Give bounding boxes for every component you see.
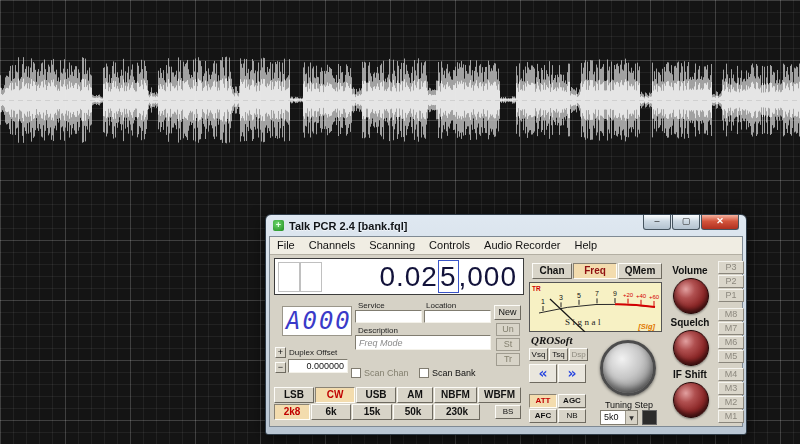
- app-icon: +: [273, 220, 284, 231]
- filter-button-2k8[interactable]: 2k8: [274, 404, 310, 420]
- mode-button-cw[interactable]: CW: [315, 387, 355, 403]
- frequency-pre: 0.02: [379, 261, 438, 292]
- description-label: Description: [358, 326, 398, 335]
- duplex-minus-button[interactable]: −: [275, 362, 286, 373]
- filter-button-bs[interactable]: BS: [495, 405, 521, 419]
- squelch-knob[interactable]: [673, 330, 709, 366]
- tr-button[interactable]: Tr: [496, 353, 520, 366]
- menu-bar: File Channels Scanning Controls Audio Re…: [270, 237, 742, 255]
- tuning-step-label: Tuning Step: [592, 400, 666, 410]
- service-label: Service: [358, 301, 385, 310]
- menu-item-channels[interactable]: Channels: [302, 237, 362, 254]
- nb-button[interactable]: NB: [558, 409, 586, 423]
- meter-scale-1: 1: [541, 298, 545, 305]
- mode-button-wbfm[interactable]: WBFM: [478, 387, 521, 403]
- mode-button-lsb[interactable]: LSB: [274, 387, 314, 403]
- close-button[interactable]: ✕: [701, 215, 739, 230]
- mode-button-nbfm[interactable]: NBFM: [434, 387, 477, 403]
- agc-button[interactable]: AGC: [558, 394, 586, 408]
- memory-button-m5[interactable]: M5: [718, 350, 744, 363]
- vsq-button[interactable]: Vsq: [529, 348, 548, 361]
- meter-scale-3: 3: [559, 294, 563, 301]
- filter-button-6k[interactable]: 6k: [311, 404, 351, 420]
- memory-button-m2[interactable]: M2: [718, 396, 744, 409]
- preset-button-p1[interactable]: P1: [718, 289, 744, 302]
- tsq-button[interactable]: Tsq: [549, 348, 568, 361]
- scan-bank-label: Scan Bank: [432, 368, 476, 378]
- mode-button-am[interactable]: AM: [397, 387, 433, 403]
- un-button[interactable]: Un: [496, 323, 520, 336]
- tune-down-button[interactable]: «: [529, 364, 557, 383]
- st-button[interactable]: St: [496, 338, 520, 351]
- memory-button-m4[interactable]: M4: [718, 368, 744, 381]
- freq-button[interactable]: Freq: [573, 263, 617, 279]
- scan-bank-checkbox[interactable]: [419, 368, 429, 378]
- location-input[interactable]: [424, 310, 491, 323]
- meter-scale-plus40: +40: [636, 293, 647, 299]
- frequency-digits: 0.025,000: [379, 261, 517, 293]
- preset-button-p3[interactable]: P3: [718, 261, 744, 274]
- afc-button[interactable]: AFC: [529, 409, 557, 423]
- scan-chan-label: Scan Chan: [364, 368, 409, 378]
- tuning-step-value: 5k0: [604, 412, 619, 422]
- meter-scale-9: 9: [613, 290, 617, 297]
- frequency-display[interactable]: 0.025,000: [274, 258, 524, 295]
- menu-item-controls[interactable]: Controls: [422, 237, 477, 254]
- maximize-button[interactable]: ▢: [672, 215, 700, 230]
- minimize-button[interactable]: –: [643, 215, 671, 230]
- meter-scale-5: 5: [577, 292, 581, 299]
- meter-scale-plus20: +20: [623, 292, 634, 298]
- digit-cell: [278, 262, 300, 292]
- menu-item-file[interactable]: File: [270, 237, 302, 254]
- filter-button-230k[interactable]: 230k: [434, 404, 480, 420]
- channel-display-value: A000: [283, 307, 352, 335]
- ifshift-knob[interactable]: [673, 382, 709, 418]
- frequency-cursor-digit[interactable]: 5: [438, 260, 459, 293]
- window-title: Talk PCR 2.4 [bank.fql]: [289, 220, 407, 232]
- chan-button[interactable]: Chan: [532, 263, 572, 279]
- new-button[interactable]: New: [494, 305, 521, 320]
- squelch-label: Squelch: [656, 317, 724, 328]
- volume-knob[interactable]: [673, 278, 709, 314]
- memory-button-m6[interactable]: M6: [718, 336, 744, 349]
- mode-button-usb[interactable]: USB: [356, 387, 396, 403]
- tune-up-button[interactable]: »: [558, 364, 586, 383]
- filter-button-15k[interactable]: 15k: [352, 404, 392, 420]
- att-button[interactable]: ATT: [529, 394, 557, 408]
- s-meter: TR 1 3 5 7 9 +20 +40 +60 Sign: [529, 282, 662, 332]
- meter-scale-7: 7: [595, 290, 599, 297]
- memory-button-m1[interactable]: M1: [718, 410, 744, 423]
- meter-tr-label: TR: [532, 285, 541, 292]
- tuning-step-indicator: [642, 410, 657, 425]
- digit-cell: [300, 262, 322, 292]
- service-input[interactable]: [355, 310, 422, 323]
- menu-item-help[interactable]: Help: [568, 237, 605, 254]
- volume-label: Volume: [656, 265, 724, 276]
- menu-item-audio-recorder[interactable]: Audio Recorder: [477, 237, 567, 254]
- ifshift-label: IF Shift: [656, 369, 724, 380]
- filter-button-50k[interactable]: 50k: [393, 404, 433, 420]
- tuning-step-select[interactable]: 5k0 ▼: [600, 410, 638, 425]
- meter-scale-plus60: +60: [649, 294, 660, 300]
- duplex-offset-label: Duplex Offset: [289, 348, 337, 357]
- description-input[interactable]: Freq Mode: [355, 335, 491, 350]
- meter-signal-label: Signal: [565, 317, 603, 327]
- memory-button-m8[interactable]: M8: [718, 308, 744, 321]
- dsp-button[interactable]: Dsp: [569, 348, 588, 361]
- duplex-offset-value[interactable]: 0.000000: [288, 359, 348, 373]
- tuning-knob[interactable]: [600, 340, 656, 396]
- frequency-post: ,000: [459, 261, 518, 292]
- memory-button-m7[interactable]: M7: [718, 322, 744, 335]
- title-bar[interactable]: + Talk PCR 2.4 [bank.fql] – ▢ ✕: [269, 215, 743, 236]
- audio-waveform: [0, 0, 800, 200]
- menu-item-scanning[interactable]: Scanning: [362, 237, 422, 254]
- talkpcr-window: + Talk PCR 2.4 [bank.fql] – ▢ ✕ File Cha…: [265, 214, 747, 435]
- preset-button-p2[interactable]: P2: [718, 275, 744, 288]
- channel-display: A000: [282, 306, 352, 336]
- qrosoft-label: QROSoft: [531, 334, 573, 346]
- memory-button-m3[interactable]: M3: [718, 382, 744, 395]
- chevron-down-icon[interactable]: ▼: [625, 411, 637, 424]
- duplex-plus-button[interactable]: +: [275, 347, 286, 358]
- scan-chan-checkbox[interactable]: [351, 368, 361, 378]
- client-area: 0.025,000 Chan Freq QMem TR 1: [270, 255, 742, 426]
